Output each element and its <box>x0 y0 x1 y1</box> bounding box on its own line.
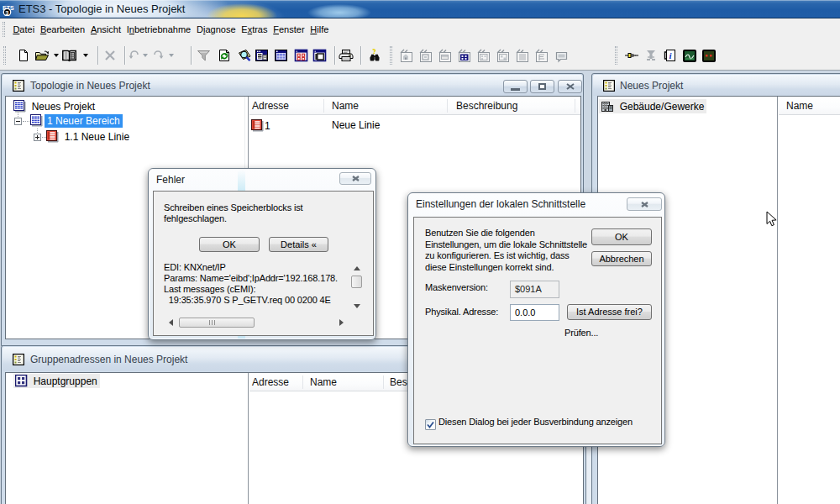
svg-text:3: 3 <box>5 9 9 17</box>
